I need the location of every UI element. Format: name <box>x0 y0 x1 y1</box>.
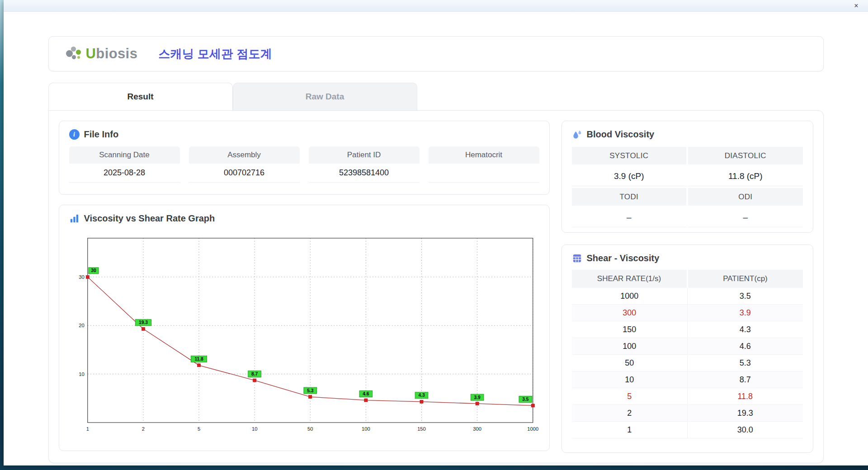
svg-text:10: 10 <box>251 426 257 432</box>
patient-value-cell: 5.3 <box>687 355 803 371</box>
blood-viscosity-label: TODI <box>572 188 687 206</box>
chart-wrapper: 102030125105010015030010003019.311.88.75… <box>69 230 539 439</box>
shear-rate-cell: 150 <box>572 321 688 338</box>
tab-bar: Result Raw Data <box>48 83 824 110</box>
app-window: × Ubiosis 스캐닝 모세관 점도계 Result Raw Data <box>4 0 868 465</box>
blood-viscosity-value: 11.8 (cP) <box>688 166 803 186</box>
shear-table-row: 300 3.9 <box>572 305 803 321</box>
file-info-value <box>429 164 539 183</box>
patient-value-cell: 4.3 <box>687 321 803 338</box>
blood-viscosity-title-row: Blood Viscosity <box>572 129 803 140</box>
shear-rate-cell: 1 <box>572 422 688 438</box>
shear-rate-cell: 10 <box>572 371 688 388</box>
svg-text:3.9: 3.9 <box>474 395 481 400</box>
svg-text:30: 30 <box>91 268 96 273</box>
file-info-value: 52398581400 <box>309 164 420 183</box>
svg-text:5: 5 <box>197 426 200 432</box>
shear-rate-cell: 300 <box>572 305 688 321</box>
file-info-field: Assembly 000702716 <box>189 146 300 183</box>
shear-table-row: 5 11.8 <box>572 388 803 405</box>
file-info-label: Patient ID <box>309 146 420 164</box>
shear-table-body: 1000 3.5 300 3.9 150 4.3 100 4.6 50 5.3 … <box>572 288 803 438</box>
svg-text:300: 300 <box>473 426 481 432</box>
file-info-field: Patient ID 52398581400 <box>309 146 420 183</box>
tab-raw-data[interactable]: Raw Data <box>233 83 417 110</box>
svg-text:3.5: 3.5 <box>522 397 529 402</box>
ubiosis-logo: Ubiosis <box>66 46 138 62</box>
svg-text:19.3: 19.3 <box>138 320 147 325</box>
file-info-title: File Info <box>84 129 119 140</box>
file-info-field: Hematocrit <box>429 146 539 183</box>
shear-viscosity-title-row: Shear - Viscosity <box>572 253 803 263</box>
file-info-value: 000702716 <box>189 164 300 183</box>
shear-viscosity-title: Shear - Viscosity <box>587 253 660 263</box>
blood-viscosity-label: ODI <box>688 188 803 206</box>
svg-text:20: 20 <box>79 323 84 328</box>
svg-text:150: 150 <box>417 426 426 432</box>
shear-rate-cell: 2 <box>572 405 688 421</box>
logo-accent: U <box>86 46 96 61</box>
table-grid-icon <box>572 253 582 263</box>
patient-value-cell: 11.8 <box>687 388 803 404</box>
left-column: i File Info Scanning Date 2025-08-28 Ass… <box>59 121 550 453</box>
blood-viscosity-label: SYSTOLIC <box>572 147 687 164</box>
tab-result[interactable]: Result <box>48 83 233 110</box>
patient-value-cell: 8.7 <box>687 371 803 388</box>
patient-value-cell: 4.6 <box>687 338 803 354</box>
file-info-field: Scanning Date 2025-08-28 <box>69 146 180 183</box>
svg-text:8.7: 8.7 <box>251 371 258 376</box>
svg-text:4.6: 4.6 <box>363 391 369 396</box>
blood-viscosity-card: Blood Viscosity SYSTOLICDIASTOLIC3.9 (cP… <box>561 121 813 233</box>
shear-rate-cell: 1000 <box>572 288 688 304</box>
shear-table-row: 1 30.0 <box>572 422 803 438</box>
shear-table-header-row: SHEAR RATE(1/s) PATIENT(cp) <box>572 270 803 288</box>
svg-text:11.8: 11.8 <box>194 357 203 362</box>
shear-table-row: 50 5.3 <box>572 355 803 371</box>
patient-value-cell: 19.3 <box>687 405 803 421</box>
shear-table-row: 10 8.7 <box>572 371 803 388</box>
blood-viscosity-value: – <box>572 207 687 227</box>
svg-text:5.3: 5.3 <box>307 388 314 393</box>
graph-title-row: Viscosity vs Shear Rate Graph <box>69 213 539 224</box>
svg-text:10: 10 <box>79 371 84 377</box>
file-info-label: Assembly <box>189 146 300 164</box>
shear-rate-cell: 50 <box>572 355 688 371</box>
bar-chart-icon <box>69 213 80 224</box>
svg-text:1: 1 <box>86 426 89 432</box>
svg-text:1000: 1000 <box>527 426 538 432</box>
blood-viscosity-label: DIASTOLIC <box>688 147 803 164</box>
patient-value-cell: 3.9 <box>687 305 803 321</box>
shear-table-row: 2 19.3 <box>572 405 803 422</box>
viscosity-shear-rate-chart: 102030125105010015030010003019.311.88.75… <box>69 230 539 439</box>
shear-table-row: 1000 3.5 <box>572 288 803 305</box>
logo-dots-icon <box>66 46 82 62</box>
shear-table-row: 150 4.3 <box>572 321 803 338</box>
blood-viscosity-title: Blood Viscosity <box>587 129 655 140</box>
svg-text:4.3: 4.3 <box>418 393 425 398</box>
logo-rest: biosis <box>96 46 137 61</box>
file-info-title-row: i File Info <box>69 129 539 140</box>
graph-card: Viscosity vs Shear Rate Graph 1020301251… <box>59 205 550 451</box>
shear-rate-column-header: SHEAR RATE(1/s) <box>572 270 687 288</box>
blood-viscosity-grid: SYSTOLICDIASTOLIC3.9 (cP)11.8 (cP)TODIOD… <box>572 147 803 227</box>
file-info-label: Scanning Date <box>69 146 180 164</box>
info-icon: i <box>69 129 80 140</box>
file-info-value: 2025-08-28 <box>69 164 180 183</box>
file-info-card: i File Info Scanning Date 2025-08-28 Ass… <box>59 121 550 195</box>
close-icon[interactable]: × <box>852 1 861 10</box>
shear-rate-cell: 100 <box>572 338 688 354</box>
patient-value-cell: 3.5 <box>687 288 803 304</box>
blood-drop-icon <box>572 129 582 140</box>
shear-rate-cell: 5 <box>572 388 688 404</box>
svg-text:50: 50 <box>307 426 313 432</box>
shear-table-row: 100 4.6 <box>572 338 803 355</box>
header-card: Ubiosis 스캐닝 모세관 점도계 <box>48 36 824 71</box>
shear-viscosity-table: SHEAR RATE(1/s) PATIENT(cp) 1000 3.5 300… <box>572 270 803 438</box>
window-titlebar: × <box>4 0 868 12</box>
page-title: 스캐닝 모세관 점도계 <box>158 46 272 62</box>
content-area: Ubiosis 스캐닝 모세관 점도계 Result Raw Data i Fi… <box>48 12 824 463</box>
file-info-label: Hematocrit <box>429 146 539 164</box>
shear-viscosity-card: Shear - Viscosity SHEAR RATE(1/s) PATIEN… <box>561 244 813 453</box>
patient-column-header: PATIENT(cp) <box>688 270 803 288</box>
logo-text: Ubiosis <box>86 46 138 62</box>
